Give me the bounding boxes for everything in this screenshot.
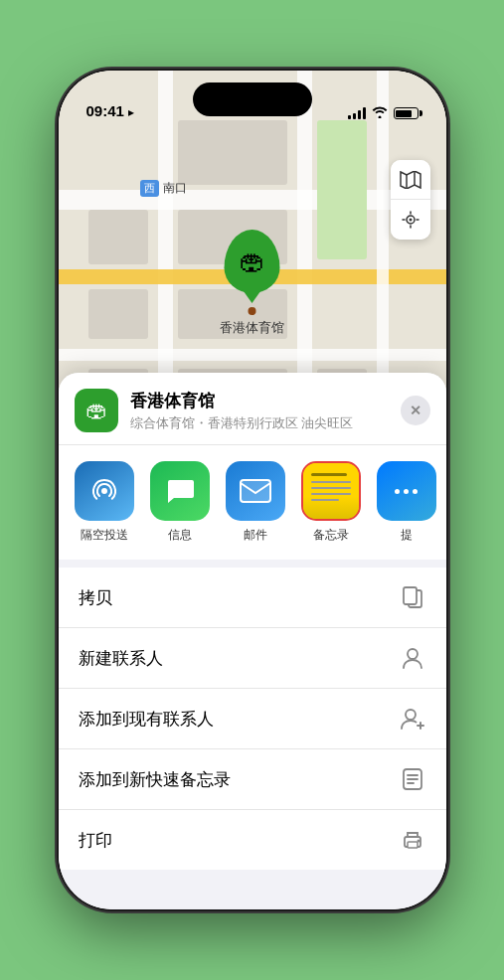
battery-icon — [394, 107, 419, 119]
wifi-icon — [372, 105, 388, 121]
place-info: 香港体育馆 综合体育馆・香港特别行政区 油尖旺区 — [130, 390, 389, 432]
map-type-button[interactable] — [391, 160, 430, 200]
map-controls[interactable] — [391, 160, 430, 240]
phone-frame: 09:41 ▸ — [59, 71, 446, 909]
bottom-sheet: 🏟 香港体育馆 综合体育馆・香港特别行政区 油尖旺区 ✕ — [59, 373, 446, 909]
location-pin: 🏟 香港体育馆 — [220, 230, 284, 337]
place-subtitle: 综合体育馆・香港特别行政区 油尖旺区 — [130, 414, 389, 432]
more-icon — [377, 461, 436, 521]
action-copy[interactable]: 拷贝 — [59, 568, 446, 628]
share-item-notes[interactable]: 备忘录 — [301, 461, 361, 544]
share-item-more[interactable]: 提 — [377, 461, 436, 544]
svg-rect-11 — [408, 842, 418, 848]
signal-bar-4 — [363, 107, 366, 119]
svg-point-2 — [101, 488, 107, 494]
place-name: 香港体育馆 — [130, 390, 389, 412]
action-new-contact[interactable]: 新建联系人 — [59, 628, 446, 689]
action-new-contact-label: 新建联系人 — [79, 647, 163, 670]
airdrop-label: 隔空投送 — [81, 527, 128, 544]
more-label: 提 — [401, 527, 413, 544]
action-add-note[interactable]: 添加到新快速备忘录 — [59, 749, 446, 810]
status-icons — [348, 105, 419, 121]
messages-label: 信息 — [168, 527, 192, 544]
battery-fill — [396, 110, 412, 117]
svg-rect-5 — [404, 587, 417, 604]
status-time: 09:41 — [86, 102, 124, 121]
pin-icon: 🏟 — [225, 230, 280, 293]
pin-dot — [249, 307, 256, 315]
phone-screen: 09:41 ▸ — [59, 71, 446, 909]
svg-point-7 — [406, 710, 416, 720]
note-icon — [399, 765, 426, 793]
svg-rect-3 — [241, 480, 270, 502]
action-add-contact[interactable]: 添加到现有联系人 — [59, 689, 446, 749]
action-add-contact-label: 添加到现有联系人 — [79, 708, 214, 731]
signal-bars — [348, 107, 366, 119]
action-print[interactable]: 打印 — [59, 810, 446, 870]
person-add-icon — [399, 705, 426, 733]
map-label: 西 南口 — [140, 180, 187, 197]
print-icon — [399, 826, 426, 854]
messages-icon — [150, 461, 210, 521]
signal-bar-1 — [348, 115, 351, 119]
map-label-badge: 西 — [140, 180, 159, 197]
signal-bar-3 — [358, 110, 361, 119]
svg-point-6 — [408, 649, 418, 659]
action-copy-label: 拷贝 — [79, 586, 112, 609]
copy-icon — [399, 583, 426, 611]
pin-stadium-icon: 🏟 — [240, 246, 265, 277]
svg-point-12 — [417, 840, 420, 843]
close-button[interactable]: ✕ — [401, 396, 430, 425]
airdrop-icon — [75, 461, 134, 521]
action-add-note-label: 添加到新快速备忘录 — [79, 768, 231, 791]
action-list: 拷贝 新建联系人 — [59, 568, 446, 870]
share-item-messages[interactable]: 信息 — [150, 461, 210, 544]
pin-label: 香港体育馆 — [220, 319, 284, 337]
map-label-text: 南口 — [163, 180, 187, 197]
mail-icon — [226, 461, 285, 521]
dynamic-island — [193, 82, 312, 116]
location-icon: ▸ — [128, 105, 134, 119]
share-item-mail[interactable]: 邮件 — [226, 461, 285, 544]
close-icon: ✕ — [410, 403, 421, 418]
share-item-airdrop[interactable]: 隔空投送 — [75, 461, 134, 544]
signal-bar-2 — [353, 113, 356, 119]
share-row: 隔空投送 信息 — [59, 445, 446, 560]
place-header: 🏟 香港体育馆 综合体育馆・香港特别行政区 油尖旺区 ✕ — [59, 373, 446, 445]
notes-label: 备忘录 — [313, 527, 349, 544]
person-icon — [399, 644, 426, 672]
mail-label: 邮件 — [244, 527, 267, 544]
location-button[interactable] — [391, 200, 430, 240]
place-icon: 🏟 — [75, 389, 118, 432]
svg-point-1 — [409, 219, 412, 222]
action-print-label: 打印 — [79, 829, 112, 852]
notes-icon — [301, 461, 361, 521]
